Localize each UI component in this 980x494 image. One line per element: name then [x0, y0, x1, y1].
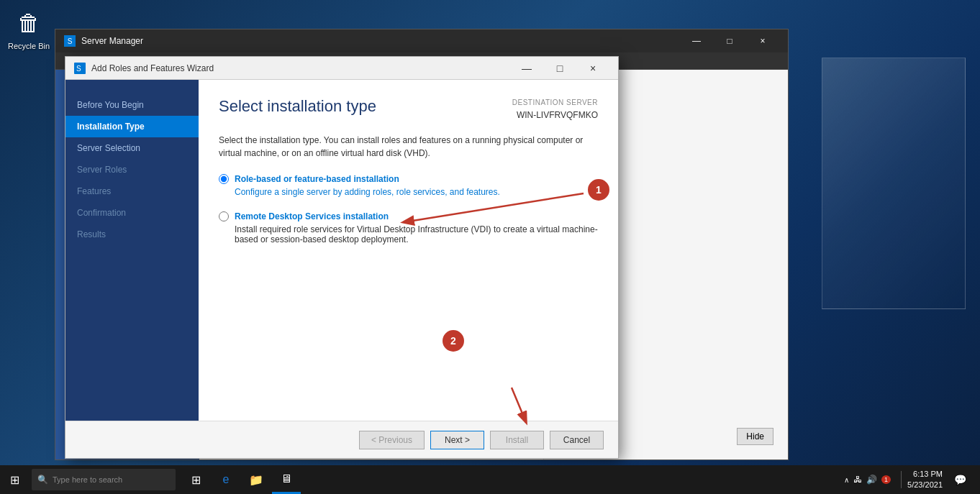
taskbar-servermanager-icon[interactable]: 🖥 — [272, 465, 301, 494]
svg-text:S: S — [76, 65, 81, 73]
nav-server-selection[interactable]: Server Selection — [65, 137, 199, 159]
taskbar-clock[interactable]: 6:13 PM 5/23/2021 — [907, 469, 943, 491]
wizard-controls: — □ × — [510, 58, 609, 79]
destination-server-info: DESTINATION SERVER WIN-LIVFRVQFMKO — [512, 97, 598, 122]
sm-minimize-btn[interactable]: — — [680, 29, 713, 52]
taskbar-divider — [901, 471, 902, 488]
annotation-circle-2: 2 — [443, 330, 464, 352]
destination-server-name: WIN-LIVFRVQFMKO — [512, 109, 598, 122]
server-manager-title: Server Manager — [81, 36, 680, 46]
wizard-close-btn[interactable]: × — [576, 58, 609, 79]
radio-role-based[interactable] — [219, 174, 229, 184]
option-role-based: Role-based or feature-based installation… — [219, 174, 598, 197]
nav-confirmation: Confirmation — [65, 202, 199, 224]
search-placeholder: Type here to search — [53, 475, 122, 484]
wizard-description: Select the installation type. You can in… — [219, 134, 598, 160]
nav-server-roles: Server Roles — [65, 159, 199, 180]
nav-installation-type[interactable]: Installation Type — [65, 116, 199, 137]
wizard-header: Select installation type DESTINATION SER… — [219, 97, 598, 122]
wizard-titlebar: S Add Roles and Features Wizard — □ × — [65, 57, 618, 80]
sm-maximize-btn[interactable]: □ — [713, 29, 746, 52]
annotation-circle-1: 1 — [588, 179, 609, 201]
sm-close-btn[interactable]: × — [746, 29, 779, 52]
option-remote-desktop-label[interactable]: Remote Desktop Services installation — [219, 211, 598, 221]
sm-window-controls: — □ × — [680, 29, 779, 52]
option-group: Role-based or feature-based installation… — [219, 174, 598, 244]
taskbar-up-arrow-icon[interactable]: ∧ — [844, 476, 849, 484]
nav-features: Features — [65, 180, 199, 202]
start-button[interactable]: ⊞ — [0, 465, 29, 494]
hide-button[interactable]: Hide — [737, 428, 773, 445]
previous-button[interactable]: < Previous — [359, 431, 425, 449]
wizard-nav: Before You Begin Installation Type Serve… — [65, 80, 199, 421]
wizard-title-icon: S — [74, 63, 86, 74]
next-button[interactable]: Next > — [430, 431, 484, 449]
radio-remote-desktop[interactable] — [219, 211, 229, 221]
option-role-based-text: Role-based or feature-based installation — [235, 174, 399, 184]
taskbar-ie-icon[interactable]: e — [212, 465, 240, 494]
taskbar-quick-launch: ⊞ e 📁 🖥 — [181, 465, 301, 494]
destination-server-label: DESTINATION SERVER — [512, 97, 598, 109]
desktop: 🗑 Recycle Bin S Server Manager — □ × Man… — [0, 0, 980, 494]
option-remote-desktop: Remote Desktop Services installation Ins… — [219, 211, 598, 244]
wizard-content: Select installation type DESTINATION SER… — [199, 80, 618, 421]
taskbar-sys-icons: ∧ 🖧 🔊 1 — [840, 475, 895, 485]
taskbar-app-view[interactable]: ⊞ — [181, 465, 210, 494]
page-title: Select installation type — [219, 97, 376, 116]
taskbar-network-icon[interactable]: 🖧 — [853, 475, 862, 485]
desktop-decoration — [822, 58, 966, 309]
recycle-bin-label: Recycle Bin — [8, 42, 50, 50]
taskbar-search[interactable]: 🔍 Type here to search — [32, 469, 176, 490]
wizard-minimize-btn[interactable]: — — [510, 58, 543, 79]
taskbar-date-display: 5/23/2021 — [907, 480, 943, 490]
taskbar: ⊞ 🔍 Type here to search ⊞ e 📁 🖥 ∧ 🖧 🔊 1 … — [0, 465, 980, 494]
recycle-bin-icon: 🗑 — [12, 6, 46, 40]
wizard-maximize-btn[interactable]: □ — [543, 58, 576, 79]
cancel-button[interactable]: Cancel — [550, 431, 604, 449]
nav-results: Results — [65, 224, 199, 245]
wizard-footer: < Previous Next > Install Cancel — [65, 421, 618, 458]
wizard-dialog: 1 2 S Add Roles and Features Wizard — □ … — [65, 56, 619, 459]
server-manager-icon: S — [64, 35, 76, 47]
wizard-body: Before You Begin Installation Type Serve… — [65, 80, 618, 421]
option-remote-desktop-desc: Install required role services for Virtu… — [235, 224, 598, 244]
wizard-title-text: Add Roles and Features Wizard — [91, 63, 510, 73]
recycle-bin[interactable]: 🗑 Recycle Bin — [6, 6, 52, 50]
install-button[interactable]: Install — [490, 431, 544, 449]
taskbar-explorer-icon[interactable]: 📁 — [242, 465, 271, 494]
taskbar-right: ∧ 🖧 🔊 1 6:13 PM 5/23/2021 💬 — [840, 465, 980, 494]
nav-before-you-begin[interactable]: Before You Begin — [65, 94, 199, 116]
taskbar-time-display: 6:13 PM — [907, 469, 943, 480]
server-manager-titlebar: S Server Manager — □ × — [55, 29, 788, 52]
taskbar-notifications-btn[interactable]: 💬 — [945, 465, 974, 494]
option-role-based-label[interactable]: Role-based or feature-based installation — [219, 174, 598, 184]
taskbar-notification-icon[interactable]: 1 — [881, 475, 891, 484]
taskbar-speaker-icon[interactable]: 🔊 — [866, 475, 877, 485]
option-role-based-desc: Configure a single server by adding role… — [235, 187, 598, 197]
option-remote-desktop-text: Remote Desktop Services installation — [235, 211, 389, 221]
